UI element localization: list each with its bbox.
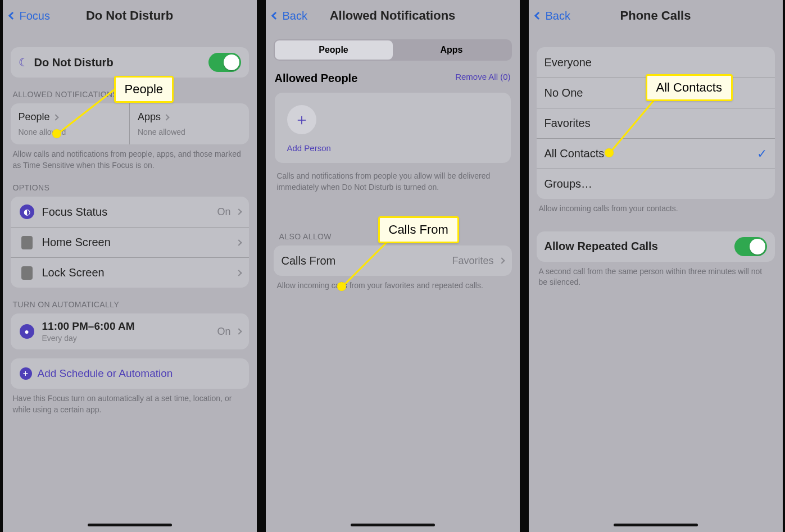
repeated-switch[interactable]: [734, 237, 767, 256]
schedule-card: ● 11:00 PM–6:00 AM Every day On: [11, 313, 249, 349]
back-label: Back: [283, 10, 307, 22]
dnd-toggle-card: ☾ Do Not Disturb: [11, 47, 249, 78]
chevron-right-icon: [498, 258, 505, 264]
lock-screen-icon: [21, 266, 33, 280]
callout-calls-from: Calls From: [378, 216, 459, 243]
segment-apps[interactable]: Apps: [393, 40, 511, 60]
chevron-right-icon: [235, 209, 242, 215]
home-screen-row[interactable]: Home Screen: [11, 227, 249, 257]
row-label: Everyone: [544, 56, 767, 69]
focus-status-row[interactable]: ◐ Focus Status On: [11, 197, 249, 227]
option-all-contacts[interactable]: All Contacts ✓: [537, 138, 775, 169]
calls-from-card: Calls From Favorites: [274, 245, 512, 276]
home-indicator[interactable]: [88, 524, 172, 526]
add-schedule-card: + Add Schedule or Automation: [11, 358, 249, 389]
back-button[interactable]: Back: [536, 10, 570, 22]
auto-footer: Have this Focus turn on automatically at…: [11, 389, 249, 415]
chevron-right-icon: [163, 114, 169, 120]
allow-from-list: Everyone No One Favorites All Contacts ✓…: [537, 47, 775, 199]
row-label: Home Screen: [42, 236, 237, 249]
calls-from-value: Favorites: [452, 255, 493, 267]
home-indicator[interactable]: [614, 524, 698, 526]
dnd-switch[interactable]: [208, 53, 241, 72]
options-card: ◐ Focus Status On Home Screen Lock Scree…: [11, 197, 249, 288]
calls-footer: Allow incoming calls from your favorites…: [266, 276, 520, 292]
plus-icon: +: [20, 367, 32, 380]
apps-cell[interactable]: Apps None allowed: [129, 103, 249, 144]
focus-status-icon: ◐: [20, 204, 34, 219]
calls-from-row[interactable]: Calls From Favorites: [274, 245, 512, 276]
option-groups[interactable]: Groups…: [537, 169, 775, 199]
page-title: Phone Calls: [620, 8, 691, 23]
tutorial-triptych: Focus Do Not Disturb ☾ Do Not Disturb AL…: [0, 0, 785, 532]
schedule-time: 11:00 PM–6:00 AM: [42, 320, 217, 333]
chevron-left-icon: [534, 12, 542, 20]
repeated-calls-row[interactable]: Allow Repeated Calls: [537, 231, 775, 262]
row-value: On: [217, 206, 230, 218]
screen-allowed-notifications: Back Allowed Notifications People Apps A…: [266, 0, 520, 532]
allowed-footer: Allow calls and notifications from peopl…: [11, 144, 249, 171]
add-schedule-label: Add Schedule or Automation: [38, 367, 173, 380]
clock-icon: ●: [20, 324, 34, 339]
list-footer: Allow incoming calls from your contacts.: [537, 199, 775, 215]
page-title: Allowed Notifications: [330, 8, 456, 23]
options-header: OPTIONS: [13, 183, 247, 192]
remove-all-button[interactable]: Remove All (0): [455, 72, 510, 81]
lock-screen-row[interactable]: Lock Screen: [11, 257, 249, 288]
chevron-right-icon: [52, 114, 58, 120]
row-label: Lock Screen: [42, 266, 237, 279]
option-everyone[interactable]: Everyone: [537, 47, 775, 78]
page-title: Do Not Disturb: [86, 8, 173, 23]
allowed-footer: Calls and notifications from people you …: [266, 165, 520, 193]
segmented-control[interactable]: People Apps: [274, 39, 512, 61]
row-label: Focus Status: [42, 206, 217, 219]
screen-phone-calls: Back Phone Calls Everyone No One Favorit…: [529, 0, 783, 532]
repeated-footer: A second call from the same person withi…: [537, 262, 775, 288]
chevron-left-icon: [271, 12, 279, 20]
callout-target-dot: [52, 129, 61, 138]
add-schedule-button[interactable]: + Add Schedule or Automation: [11, 358, 249, 389]
callout-target-dot: [605, 148, 614, 157]
nav-bar: Back Allowed Notifications: [266, 0, 520, 31]
back-label: Focus: [20, 10, 50, 22]
callout-people: People: [114, 76, 174, 103]
home-screen-icon: [21, 236, 33, 249]
schedule-row[interactable]: ● 11:00 PM–6:00 AM Every day On: [11, 313, 249, 349]
segment-people[interactable]: People: [275, 40, 393, 60]
row-label: Favorites: [544, 117, 767, 130]
nav-bar: Back Phone Calls: [529, 0, 783, 31]
home-indicator[interactable]: [351, 524, 435, 526]
people-value: None allowed: [19, 128, 122, 137]
chevron-right-icon: [235, 329, 242, 335]
add-person-label: Add Person: [287, 143, 498, 153]
back-label: Back: [546, 10, 570, 22]
option-favorites[interactable]: Favorites: [537, 108, 775, 138]
allowed-card: People None allowed Apps None allowed: [11, 103, 249, 144]
screen-do-not-disturb: Focus Do Not Disturb ☾ Do Not Disturb AL…: [3, 0, 257, 532]
callout-all-contacts: All Contacts: [646, 74, 733, 101]
back-button[interactable]: Back: [273, 10, 307, 22]
checkmark-icon: ✓: [757, 147, 767, 161]
content: ☾ Do Not Disturb ALLOWED NOTIFICATIONS P…: [3, 47, 257, 438]
apps-label: Apps: [138, 111, 241, 123]
schedule-value: On: [217, 326, 230, 338]
chevron-left-icon: [8, 12, 16, 20]
chevron-right-icon: [235, 270, 242, 276]
dnd-label: Do Not Disturb: [34, 56, 208, 69]
add-person-card[interactable]: ＋ Add Person: [275, 93, 511, 163]
callout-target-dot: [337, 282, 346, 291]
people-label: People: [19, 111, 122, 123]
row-label: All Contacts: [544, 147, 757, 160]
add-person-icon: ＋: [287, 105, 316, 134]
apps-value: None allowed: [138, 128, 241, 137]
repeated-calls-card: Allow Repeated Calls: [537, 231, 775, 262]
back-button[interactable]: Focus: [10, 10, 50, 22]
schedule-sub: Every day: [42, 334, 217, 343]
auto-header: TURN ON AUTOMATICALLY: [13, 300, 247, 309]
nav-bar: Focus Do Not Disturb: [3, 0, 257, 31]
dnd-toggle-row[interactable]: ☾ Do Not Disturb: [11, 47, 249, 78]
repeated-label: Allow Repeated Calls: [544, 240, 734, 253]
row-label: Groups…: [544, 178, 767, 190]
chevron-right-icon: [235, 239, 242, 245]
moon-icon: ☾: [19, 56, 29, 69]
